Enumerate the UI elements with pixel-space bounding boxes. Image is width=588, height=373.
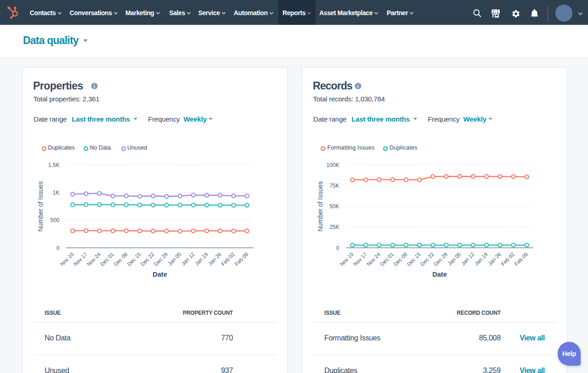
svg-text:Feb 02: Feb 02 — [500, 251, 515, 267]
svg-text:Dec 29: Dec 29 — [433, 251, 448, 267]
svg-text:Nov 17: Nov 17 — [352, 251, 368, 267]
svg-text:Dec 15: Dec 15 — [126, 251, 142, 267]
svg-text:1K: 1K — [53, 189, 60, 196]
svg-text:50K: 50K — [329, 203, 339, 210]
svg-text:Jan 12: Jan 12 — [181, 251, 196, 267]
svg-text:Dec 22: Dec 22 — [419, 251, 435, 267]
svg-text:Nov 17: Nov 17 — [73, 251, 88, 267]
svg-text:Feb 09: Feb 09 — [514, 251, 529, 267]
svg-text:Nov 10: Nov 10 — [339, 251, 355, 267]
svg-text:Jan 26: Jan 26 — [207, 251, 222, 267]
svg-text:Number of Issues: Number of Issues — [317, 181, 324, 232]
svg-text:Nov 10: Nov 10 — [59, 251, 75, 267]
svg-text:Dec 08: Dec 08 — [113, 251, 128, 267]
svg-text:Jan 26: Jan 26 — [487, 251, 502, 267]
svg-text:Dec 01: Dec 01 — [99, 251, 115, 267]
svg-text:0: 0 — [336, 245, 339, 251]
svg-text:Date: Date — [432, 271, 447, 278]
svg-text:0: 0 — [57, 245, 60, 251]
svg-text:100K: 100K — [326, 162, 339, 168]
svg-text:25K: 25K — [329, 224, 339, 230]
svg-text:Nov 24: Nov 24 — [366, 251, 382, 267]
svg-text:Feb 02: Feb 02 — [220, 251, 236, 267]
svg-text:75K: 75K — [329, 183, 339, 189]
svg-text:Dec 15: Dec 15 — [406, 251, 422, 267]
svg-text:Number of Issues: Number of Issues — [37, 181, 44, 232]
svg-text:500: 500 — [50, 217, 59, 223]
svg-text:Date: Date — [153, 271, 167, 278]
svg-text:Dec 22: Dec 22 — [140, 251, 155, 267]
svg-text:Jan 12: Jan 12 — [460, 251, 475, 267]
svg-text:Dec 29: Dec 29 — [153, 251, 169, 267]
svg-text:Dec 08: Dec 08 — [392, 251, 408, 267]
svg-text:Jan 19: Jan 19 — [194, 251, 209, 267]
svg-text:Jan 05: Jan 05 — [447, 251, 462, 267]
svg-text:Dec 01: Dec 01 — [379, 251, 395, 267]
svg-text:Jan 05: Jan 05 — [167, 251, 182, 267]
svg-text:Jan 19: Jan 19 — [474, 251, 489, 267]
svg-text:Nov 24: Nov 24 — [86, 251, 102, 267]
svg-text:1.5K: 1.5K — [48, 162, 60, 168]
svg-text:Feb 09: Feb 09 — [234, 251, 249, 267]
